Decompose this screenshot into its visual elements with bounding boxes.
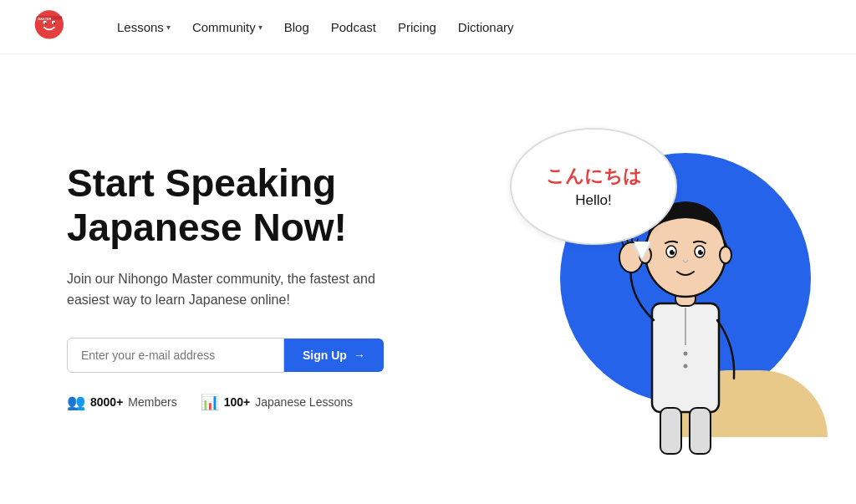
nav-links: Lessons ▾ Community ▾ Blog Podcast Prici… <box>109 15 823 39</box>
nav-pricing[interactable]: Pricing <box>390 15 445 39</box>
nav-podcast[interactable]: Podcast <box>323 15 385 39</box>
lessons-count: 100+ <box>224 395 251 409</box>
speech-bubble: こんにちは Hello! <box>510 128 677 245</box>
svg-point-23 <box>673 250 675 252</box>
logo[interactable]: MASTER <box>33 8 84 45</box>
svg-point-10 <box>684 364 688 368</box>
japanese-text: こんにちは <box>546 164 642 189</box>
hero-content: Start Speaking Japanese Now! Join our Ni… <box>67 161 502 411</box>
lessons-label: Japanese Lessons <box>255 395 353 409</box>
hero-illustration: こんにちは Hello! <box>502 99 819 475</box>
nav-dictionary[interactable]: Dictionary <box>450 15 522 39</box>
members-count: 8000+ <box>90 395 123 409</box>
svg-rect-27 <box>660 408 681 454</box>
stat-lessons: 📊 100+ Japanese Lessons <box>201 393 353 411</box>
svg-text:MASTER: MASTER <box>38 18 51 21</box>
arrow-icon: → <box>354 349 365 362</box>
members-label: Members <box>128 395 176 409</box>
email-input[interactable] <box>67 338 284 373</box>
lessons-chevron-icon: ▾ <box>166 23 171 32</box>
nav-blog[interactable]: Blog <box>276 15 318 39</box>
svg-point-3 <box>45 23 47 24</box>
svg-point-4 <box>54 23 55 24</box>
nav-community[interactable]: Community ▾ <box>184 15 271 39</box>
svg-rect-28 <box>690 408 711 454</box>
svg-point-9 <box>684 351 688 355</box>
nav-lessons[interactable]: Lessons ▾ <box>109 15 179 39</box>
hero-title: Start Speaking Japanese Now! <box>67 161 502 250</box>
lessons-icon: 📊 <box>201 393 219 411</box>
navbar: MASTER Lessons ▾ Community ▾ Blog Podcas… <box>0 0 856 54</box>
community-chevron-icon: ▾ <box>258 23 262 32</box>
hello-text: Hello! <box>575 192 611 209</box>
members-icon: 👥 <box>67 393 85 411</box>
signup-button[interactable]: Sign Up → <box>284 339 384 372</box>
hero-subtitle: Join our Nihongo Master community, the f… <box>67 268 418 311</box>
stats-row: 👥 8000+ Members 📊 100+ Japanese Lessons <box>67 393 502 411</box>
svg-point-24 <box>701 250 703 252</box>
illustration-container: こんにちは Hello! <box>502 111 819 462</box>
hero-section: Start Speaking Japanese Now! Join our Ni… <box>0 54 856 504</box>
svg-point-26 <box>720 247 731 263</box>
stat-members: 👥 8000+ Members <box>67 393 177 411</box>
signup-form: Sign Up → <box>67 338 502 373</box>
svg-point-0 <box>35 10 64 38</box>
